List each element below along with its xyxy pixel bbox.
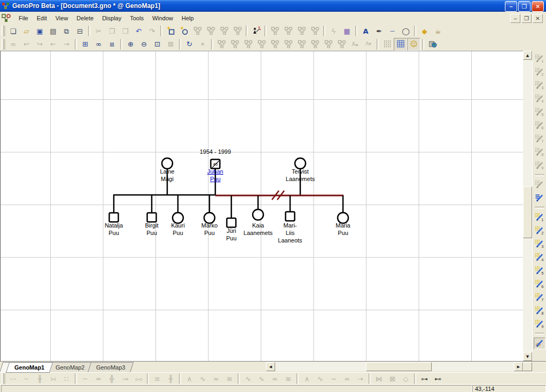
view-manager-button[interactable] (534, 192, 545, 204)
dotted-line-button: ⋯ (6, 372, 20, 385)
recall-view-2-button: 2 (534, 66, 545, 78)
minimize-button[interactable]: – (505, 1, 517, 12)
show-grid-icon (396, 40, 405, 49)
mdi-restore-button[interactable]: ❐ (521, 14, 532, 23)
dash-cut-line-icon: ╫ (38, 375, 42, 382)
horizontal-scrollbar[interactable]: ◀ ▶ (266, 362, 523, 371)
person-name-line: Mari- (283, 222, 297, 229)
vertical-scrollbar[interactable]: ▲ ▼ (523, 51, 532, 361)
scroll-left-button[interactable]: ◀ (266, 362, 275, 371)
menu-window[interactable]: Window (148, 13, 177, 23)
save-view-3-button[interactable]: 3 (534, 238, 545, 250)
double-circle-arrow-button[interactable]: ⊷ (431, 372, 444, 385)
insert-line-button[interactable]: ┄ (386, 25, 399, 37)
person-kauri-puu[interactable]: KauriPuu (171, 213, 185, 236)
add-descendants-button (295, 25, 308, 37)
format-pen-button[interactable]: ✒ (372, 25, 386, 37)
view-bookmarks-panel: 123456789123456789 (532, 51, 546, 361)
zoom-in-button[interactable]: ⊕ (124, 38, 137, 51)
menu-tools[interactable]: Tools (126, 13, 148, 23)
find-button[interactable]: ∞ (92, 38, 105, 51)
person-name-line[interactable]: Juhan (207, 168, 223, 175)
tab-genomap1[interactable]: GenoMap1 (6, 362, 53, 373)
person-mari-liis-laaneots[interactable]: Mari-LiisLaaneots (278, 212, 302, 244)
zigzag-line-button: ∧ (183, 372, 196, 385)
menu-edit[interactable]: Edit (33, 13, 51, 23)
person-kaia-laanemets[interactable]: KaiaLaanemets (244, 209, 273, 236)
menu-delete[interactable]: Delete (72, 13, 98, 23)
genopro-window: GenoPro Beta - [Document3.gno * @ GenoMa… (0, 0, 546, 392)
refresh-layout-button[interactable]: ↻ (183, 38, 196, 51)
snap-to-grid-button[interactable] (380, 38, 394, 51)
person-juhan-puu[interactable]: 45JuhanPuu (207, 160, 223, 183)
svg-text:7: 7 (541, 139, 543, 143)
save-view-8-button[interactable]: 8 (534, 305, 545, 317)
person-name-line: Liis (286, 230, 295, 236)
person-name-line[interactable]: Puu (210, 176, 221, 182)
save-button[interactable]: ▣ (33, 25, 46, 37)
person-natalja-puu[interactable]: NataljaPuu (105, 213, 123, 237)
new-document-button[interactable]: ❏ (6, 25, 20, 37)
toolbar-separator (88, 26, 90, 36)
person-birgit-puu[interactable]: BirgitPuu (145, 213, 158, 237)
tab-genomap2[interactable]: GenoMap2 (47, 362, 93, 373)
save-view-4-button[interactable]: 4 (534, 252, 545, 263)
find-replace-button[interactable]: ⧈ (105, 38, 119, 51)
show-emoticons-button[interactable]: ☺ (407, 38, 420, 51)
save-view-2-button[interactable]: 2 (534, 225, 545, 237)
page-setup-button[interactable]: ▤ (46, 25, 60, 37)
menu-display[interactable]: Display (98, 13, 126, 23)
new-female-button[interactable] (177, 25, 191, 37)
scroll-down-button[interactable]: ▼ (523, 352, 532, 361)
person-juri-puu[interactable]: JüriPuu (226, 218, 237, 242)
person-maria-puu[interactable]: MariaPuu (336, 213, 350, 236)
open-folder-button[interactable]: ▱ (20, 25, 33, 37)
zoom-out-button[interactable]: ⊖ (137, 38, 151, 51)
tree-layout-9-icon (324, 40, 333, 49)
restore-button[interactable]: ❐ (518, 1, 531, 12)
person-name-line: Marko (201, 222, 218, 229)
new-male-button[interactable] (164, 25, 177, 37)
menu-file[interactable]: File (14, 13, 33, 23)
zoom-window-button[interactable]: ⊡ (151, 38, 164, 51)
menu-view[interactable]: View (51, 13, 73, 23)
save-view-6-button[interactable]: 6 (534, 278, 545, 290)
show-grid-button[interactable] (394, 38, 407, 51)
mdi-minimize-button[interactable]: – (510, 14, 520, 23)
table-layout-button[interactable]: ⊞ (79, 38, 92, 51)
scroll-up-button[interactable]: ▲ (523, 51, 532, 60)
save-view-5-button[interactable]: 5 (534, 265, 545, 277)
save-view-1-button[interactable]: 1 (534, 211, 545, 223)
mdi-close-button[interactable]: ✕ (533, 14, 543, 23)
person-marko-puu[interactable]: MarkoPuu (201, 213, 218, 236)
save-view-9-button[interactable]: 9 (534, 318, 545, 330)
dash-dot-line-button: ∺ (46, 372, 60, 385)
menu-help[interactable]: Help (177, 13, 198, 23)
pattern-editor-button[interactable]: ▦ (340, 25, 354, 37)
scroll-right-button[interactable]: ▶ (514, 362, 523, 371)
tab-genomap3[interactable]: GenoMap3 (87, 362, 134, 373)
circle-arrow-button[interactable]: ⊶ (418, 372, 431, 385)
insert-shape-button[interactable]: ◆ (418, 25, 431, 37)
print-preview-button[interactable]: ⧉ (60, 25, 73, 37)
insert-text-button[interactable]: A (359, 25, 372, 37)
horizontal-scroll-thumb[interactable] (366, 362, 432, 371)
print-button[interactable]: ⊟ (73, 25, 87, 37)
tree-layout-4-icon (258, 40, 266, 49)
undo-icon: ↶ (136, 28, 142, 35)
person-tervist-laanemets[interactable]: TervistLaanemets (286, 158, 315, 182)
coffee-break-button[interactable]: ☕ (431, 25, 444, 37)
genomap-canvas[interactable]: 1954 - 1999LaineMägi45JuhanPuuTervistLaa… (0, 51, 523, 361)
publish-to-web-button[interactable] (426, 38, 439, 51)
family-wizard-button[interactable] (249, 25, 263, 37)
title-bar[interactable]: GenoPro Beta - [Document3.gno * @ GenoMa… (0, 0, 546, 12)
insert-ellipse-button[interactable]: ◯ (399, 25, 412, 37)
vertical-scroll-thumb[interactable] (523, 186, 532, 238)
navigate-back-button: ← (46, 38, 60, 51)
save-view-7-button[interactable]: 7 (534, 292, 545, 303)
auto-view-button[interactable] (534, 338, 545, 349)
person-laine-magi[interactable]: LaineMägi (160, 158, 175, 182)
undo-button[interactable]: ↶ (132, 25, 145, 37)
recall-view-last-icon (535, 180, 544, 190)
close-button[interactable]: ✕ (532, 1, 544, 12)
